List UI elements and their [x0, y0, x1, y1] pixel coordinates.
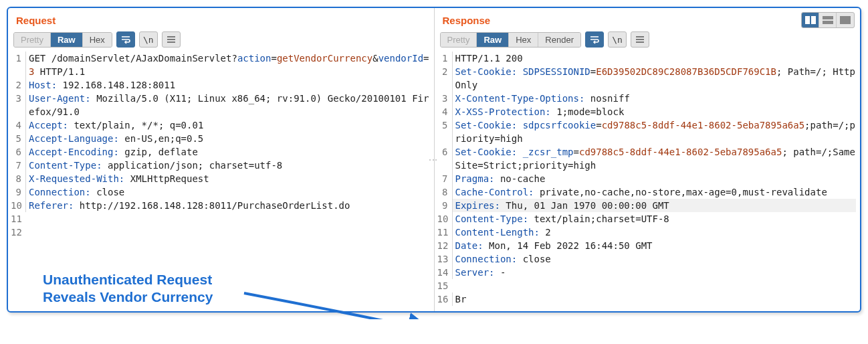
- code-line: 14Server: -: [437, 266, 857, 279]
- line-number: 12: [437, 239, 452, 252]
- line-number: 15: [437, 279, 452, 292]
- tab-pretty[interactable]: Pretty: [441, 33, 477, 47]
- line-number: 8: [437, 185, 452, 199]
- code-text[interactable]: Accept-Encoding: gzip, deflate: [25, 145, 430, 159]
- request-view-tabs: Pretty Raw Hex: [13, 32, 112, 48]
- hamburger-icon[interactable]: [631, 31, 649, 48]
- line-number: 4: [11, 118, 25, 132]
- code-line: 1HTTP/1.1 200: [437, 52, 857, 65]
- line-number: 9: [11, 185, 25, 199]
- code-line: 12: [11, 226, 430, 239]
- line-number: 2: [437, 65, 452, 78]
- tab-hex[interactable]: Hex: [83, 33, 112, 47]
- code-line: 15: [437, 279, 857, 292]
- annotation-text: Unauthenticated Request Reveals Vendor C…: [43, 271, 213, 306]
- line-number: 3: [11, 92, 25, 105]
- line-number: 8: [11, 172, 25, 185]
- line-number: 7: [437, 172, 452, 185]
- code-line: 2Host: 192.168.148.128:8011: [11, 78, 430, 92]
- code-line: 8Cache-Control: private,no-cache,no-stor…: [437, 185, 857, 199]
- code-line: 10Referer: http://192.168.148.128:8011/P…: [11, 199, 430, 212]
- response-title: Response: [435, 8, 861, 31]
- code-text[interactable]: User-Agent: Mozilla/5.0 (X11; Linux x86_…: [25, 92, 430, 118]
- code-text[interactable]: Set-Cookie: SDPSESSIONID=E6D39502DC89C28…: [452, 65, 857, 92]
- code-line: 9Connection: close: [11, 185, 430, 199]
- code-text[interactable]: Content-Type: text/plain;charset=UTF-8: [452, 212, 857, 226]
- line-number: 12: [11, 226, 25, 239]
- code-text[interactable]: Accept-Language: en-US,en;q=0.5: [25, 132, 430, 145]
- show-newlines-icon[interactable]: \n: [608, 31, 627, 48]
- tab-pretty[interactable]: Pretty: [14, 33, 51, 47]
- wrap-lines-icon[interactable]: [116, 31, 135, 48]
- tab-hex[interactable]: Hex: [509, 33, 538, 47]
- line-number: 6: [11, 145, 25, 159]
- tab-raw[interactable]: Raw: [51, 33, 83, 47]
- code-line: 11: [11, 212, 430, 226]
- request-title: Request: [8, 8, 434, 31]
- code-line: 16Br: [437, 292, 857, 306]
- response-code[interactable]: 1HTTP/1.1 2002Set-Cookie: SDPSESSIONID=E…: [435, 52, 861, 311]
- http-message-panel: Request Pretty Raw Hex \n 1GET /domainSe…: [7, 7, 861, 313]
- code-line: 12Date: Mon, 14 Feb 2022 16:44:50 GMT: [437, 239, 857, 252]
- hamburger-icon[interactable]: [162, 31, 181, 48]
- code-text[interactable]: Content-Length: 2: [452, 226, 857, 239]
- code-line: 11Content-Length: 2: [437, 226, 857, 239]
- line-number: 11: [437, 226, 452, 239]
- line-number: 7: [11, 159, 25, 172]
- line-number: 10: [437, 212, 452, 226]
- code-text[interactable]: Accept: text/plain, */*; q=0.01: [25, 118, 430, 132]
- line-number: 2: [11, 78, 25, 92]
- line-number: 1: [437, 52, 452, 65]
- show-newlines-icon[interactable]: \n: [139, 31, 158, 48]
- code-text[interactable]: Server: -: [452, 266, 857, 279]
- code-text[interactable]: X-XSS-Protection: 1;mode=block: [452, 105, 857, 118]
- line-number: 6: [437, 145, 452, 159]
- code-text[interactable]: Connection: close: [25, 185, 430, 199]
- code-text[interactable]: Pragma: no-cache: [452, 172, 857, 185]
- code-text[interactable]: Set-Cookie: _zcsr_tmp=cd9788c5-8ddf-44e1…: [452, 145, 857, 172]
- line-number: 16: [437, 292, 452, 306]
- request-toolbar: Pretty Raw Hex \n: [8, 31, 434, 52]
- pane-resize-handle[interactable]: ⋮: [432, 155, 435, 165]
- line-number: 11: [11, 212, 25, 226]
- code-line: 9Expires: Thu, 01 Jan 1970 00:00:00 GMT: [437, 199, 857, 212]
- code-text[interactable]: X-Requested-With: XMLHttpRequest: [25, 172, 430, 185]
- code-line: 3X-Content-Type-Options: nosniff: [437, 92, 857, 105]
- code-line: 5Accept-Language: en-US,en;q=0.5: [11, 132, 430, 145]
- line-number: 14: [437, 266, 452, 279]
- code-text[interactable]: Content-Type: application/json; charset=…: [25, 159, 430, 172]
- code-text[interactable]: HTTP/1.1 200: [452, 52, 857, 65]
- code-text[interactable]: Host: 192.168.148.128:8011: [25, 78, 430, 92]
- response-toolbar: Pretty Raw Hex Render \n: [435, 31, 861, 52]
- code-line: 6Set-Cookie: _zcsr_tmp=cd9788c5-8ddf-44e…: [437, 145, 857, 172]
- code-text[interactable]: Referer: http://192.168.148.128:8011/Pur…: [25, 199, 430, 212]
- code-text[interactable]: Br: [452, 292, 857, 306]
- line-number: 10: [11, 199, 25, 212]
- line-number: 5: [437, 118, 452, 132]
- code-text[interactable]: Expires: Thu, 01 Jan 1970 00:00:00 GMT: [452, 199, 857, 212]
- code-text[interactable]: Connection: close: [452, 252, 857, 266]
- code-text[interactable]: X-Content-Type-Options: nosniff: [452, 92, 857, 105]
- code-text[interactable]: Set-Cookie: sdpcsrfcookie=cd9788c5-8ddf-…: [452, 118, 857, 145]
- code-line: 4Accept: text/plain, */*; q=0.01: [11, 118, 430, 132]
- tab-render[interactable]: Render: [538, 33, 580, 47]
- code-line: 5Set-Cookie: sdpcsrfcookie=cd9788c5-8ddf…: [437, 118, 857, 145]
- wrap-lines-icon[interactable]: [585, 31, 604, 48]
- response-view-tabs: Pretty Raw Hex Render: [440, 32, 581, 48]
- tab-raw[interactable]: Raw: [477, 33, 509, 47]
- code-line: 1GET /domainServlet/AJaxDomainServlet?ac…: [11, 52, 430, 78]
- response-pane: ⋮ Response Pretty Raw Hex Render \n: [434, 8, 861, 311]
- code-text[interactable]: GET /domainServlet/AJaxDomainServlet?act…: [25, 52, 430, 78]
- line-number: 3: [437, 92, 452, 105]
- line-number: 5: [11, 132, 25, 145]
- request-pane: Request Pretty Raw Hex \n 1GET /domainSe…: [8, 8, 434, 311]
- annotation-line1: Unauthenticated Request: [43, 271, 213, 288]
- code-line: 7Pragma: no-cache: [437, 172, 857, 185]
- code-line: 4X-XSS-Protection: 1;mode=block: [437, 105, 857, 118]
- code-line: 7Content-Type: application/json; charset…: [11, 159, 430, 172]
- request-code[interactable]: 1GET /domainServlet/AJaxDomainServlet?ac…: [8, 52, 434, 244]
- code-text[interactable]: Cache-Control: private,no-cache,no-store…: [452, 185, 857, 199]
- code-text[interactable]: Date: Mon, 14 Feb 2022 16:44:50 GMT: [452, 239, 857, 252]
- line-number: 4: [437, 105, 452, 118]
- annotation-line2: Reveals Vendor Currency: [43, 288, 213, 306]
